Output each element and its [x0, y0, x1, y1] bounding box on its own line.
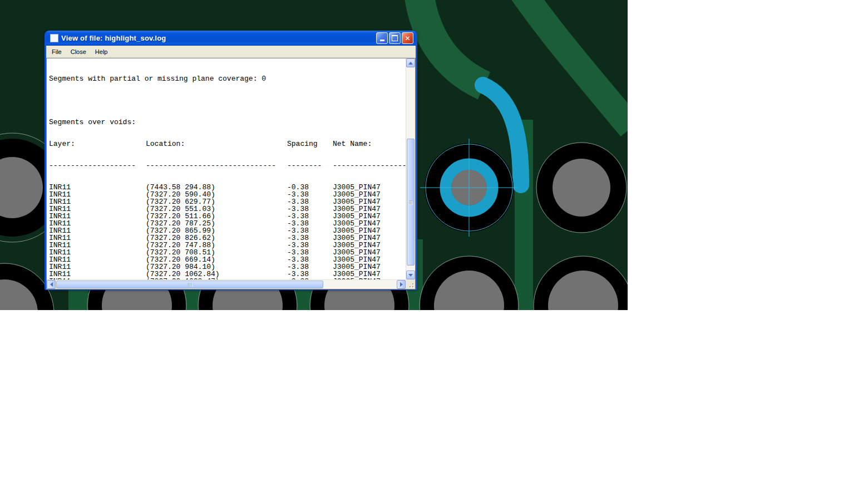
log-text[interactable]: Segments with partial or missing plane c…: [47, 58, 406, 279]
close-icon: ✕: [405, 35, 410, 42]
column-headers: Layer: Location: Spacing Net Name:: [49, 140, 406, 148]
scroll-down-button[interactable]: [406, 271, 415, 279]
resize-grip[interactable]: [406, 279, 415, 289]
header-separator: -------------------- -------------------…: [49, 162, 406, 169]
arrow-left-icon: [50, 282, 53, 287]
section-title: Segments over voids:: [49, 119, 406, 126]
menu-help[interactable]: Help: [91, 47, 112, 57]
arrow-down-icon: [408, 274, 413, 277]
app-icon: [50, 34, 58, 42]
title-bar[interactable]: View of file: highlight_sov.log ✕: [46, 31, 416, 46]
arrow-right-icon: [400, 282, 403, 287]
scroll-up-button[interactable]: [406, 58, 415, 67]
menu-bar: File Close Help: [46, 46, 416, 58]
summary-line: Segments with partial or missing plane c…: [49, 75, 406, 82]
horizontal-thumb[interactable]: [56, 281, 323, 288]
minimize-button[interactable]: [376, 32, 388, 44]
horizontal-scrollbar[interactable]: [47, 279, 406, 289]
maximize-icon: [392, 35, 398, 41]
col-spacing: Spacing: [287, 140, 333, 148]
vertical-thumb[interactable]: [407, 139, 415, 266]
window-title: View of file: highlight_sov.log: [61, 34, 375, 42]
col-layer: Layer:: [49, 140, 146, 148]
col-location: Location:: [146, 140, 287, 148]
vertical-scrollbar[interactable]: [406, 58, 415, 279]
menu-close[interactable]: Close: [66, 47, 91, 57]
scroll-left-button[interactable]: [47, 280, 56, 289]
minimize-icon: [380, 40, 384, 41]
arrow-up-icon: [408, 62, 413, 65]
blank-line: [49, 97, 406, 104]
horizontal-track[interactable]: [56, 280, 397, 289]
scroll-right-button[interactable]: [397, 280, 406, 289]
log-viewer-window: View of file: highlight_sov.log ✕ File C…: [45, 31, 417, 290]
col-net-name: Net Name:: [333, 140, 406, 148]
maximize-button[interactable]: [389, 32, 401, 44]
menu-file[interactable]: File: [47, 47, 66, 57]
close-button[interactable]: ✕: [402, 32, 413, 44]
log-client-area: Segments with partial or missing plane c…: [46, 58, 416, 289]
drill-hole: [553, 159, 610, 217]
vertical-track[interactable]: [406, 67, 415, 271]
log-rows: INR11(7443.58 294.88)-0.38J3005_PIN47INR…: [49, 184, 406, 279]
